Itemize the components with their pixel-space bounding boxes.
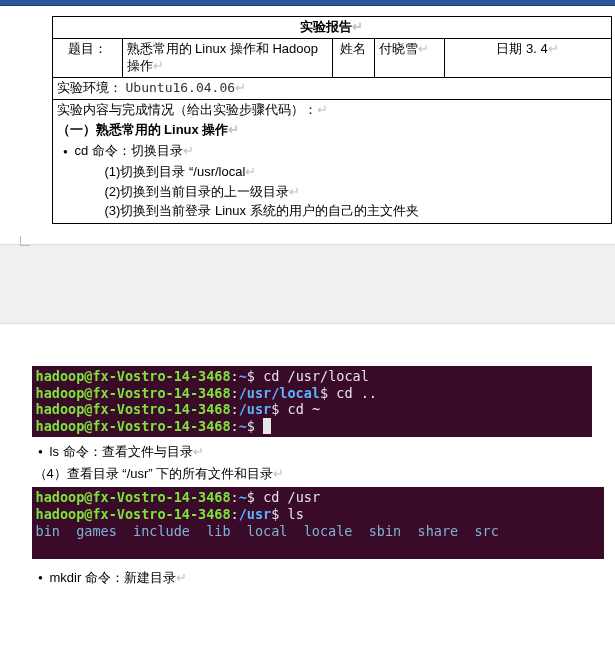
para-mark-icon: ↵ <box>352 19 363 34</box>
topic-label: 题目： <box>52 38 122 77</box>
section-1-title: （一）熟悉常用的 Linux 操作↵ <box>57 122 607 139</box>
env-value: Ubuntu16.04.06 <box>126 80 236 97</box>
report-title: 实验报告↵ <box>52 17 611 39</box>
step-2: (2)切换到当前目录的上一级目录↵ <box>105 182 607 202</box>
document-page-2: hadoop@fx-Vostro-14-3468:~$ cd /usr/loca… <box>8 324 608 609</box>
bullet-icon: ● <box>32 573 50 582</box>
ls-command-line: ● ls 命令：查看文件与目录↵ <box>32 443 594 461</box>
terminal-block-1: hadoop@fx-Vostro-14-3468:~$ cd /usr/loca… <box>32 366 592 438</box>
env-label: 实验环境： <box>57 80 122 97</box>
bullet-icon: ● <box>57 147 75 157</box>
env-row: 实验环境： Ubuntu16.04.06 ↵ <box>52 77 611 99</box>
page-gap <box>0 244 615 324</box>
name-value: 付晓雪↵ <box>374 38 444 77</box>
mkdir-command-line: ● mkdir 命令：新建目录↵ <box>32 569 594 587</box>
cd-command-line: ● cd 命令：切换目录↵ <box>57 143 607 160</box>
terminal-block-2: hadoop@fx-Vostro-14-3468:~$ cd /usr hado… <box>32 487 604 559</box>
report-table: 实验报告↵ 题目： 熟悉常用的 Linux 操作和 Hadoop 操作↵ 姓名 … <box>52 16 612 224</box>
step-1: (1)切换到目录 “/usr/local↵ <box>105 162 607 182</box>
page-corner-mark <box>20 236 30 246</box>
name-label: 姓名 <box>332 38 374 77</box>
step-4: （4）查看目录 “/usr” 下的所有文件和目录↵ <box>34 465 594 483</box>
bullet-icon: ● <box>32 447 50 456</box>
content-cell: 实验内容与完成情况（给出实验步骤代码）：↵ （一）熟悉常用的 Linux 操作↵… <box>52 99 611 223</box>
para-mark-icon: ↵ <box>235 80 246 97</box>
document-page-1: 实验报告↵ 题目： 熟悉常用的 Linux 操作和 Hadoop 操作↵ 姓名 … <box>8 6 608 244</box>
date-cell: 日期 3. 4↵ <box>444 38 611 77</box>
content-heading: 实验内容与完成情况（给出实验步骤代码）：↵ <box>57 102 607 119</box>
step-3: (3)切换到当前登录 Linux 系统的用户的自己的主文件夹 <box>105 201 607 221</box>
topic-value: 熟悉常用的 Linux 操作和 Hadoop 操作↵ <box>122 38 332 77</box>
